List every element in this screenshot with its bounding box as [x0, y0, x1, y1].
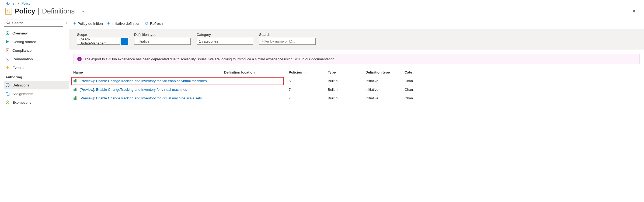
initiative-icon: [73, 96, 78, 101]
page-subtitle: Definitions: [42, 7, 75, 15]
chevron-down-icon: ⌄: [186, 40, 188, 43]
sidebar-item-getting-started[interactable]: Getting started: [4, 37, 69, 46]
refresh-icon: [145, 22, 148, 25]
refresh-button[interactable]: Refresh: [145, 22, 163, 26]
sidebar-item-label: Definitions: [12, 83, 29, 87]
sidebar-item-label: Remediation: [12, 57, 33, 61]
cell-deftype: Initiative: [365, 96, 405, 100]
definition-link[interactable]: [Preview]: Enable ChangeTracking and Inv…: [80, 96, 202, 100]
sidebar-item-definitions[interactable]: Definitions: [4, 81, 69, 89]
category-select[interactable]: 1 categories ⌄: [197, 38, 253, 45]
sidebar-search[interactable]: [4, 19, 63, 27]
category-label: Category: [197, 33, 253, 37]
sidebar-item-events[interactable]: Events: [4, 63, 69, 72]
cell-type: BuiltIn: [328, 79, 365, 83]
sidebar-section-authoring: Authoring: [4, 72, 69, 81]
cell-category: Chan: [405, 79, 419, 83]
exemptions-icon: [5, 100, 10, 105]
col-name[interactable]: Name↑↓: [73, 70, 224, 74]
scope-value: OAAS-UpdateManagem...: [79, 37, 118, 45]
breadcrumb-home[interactable]: Home: [5, 2, 14, 5]
filter-search[interactable]: [259, 38, 316, 45]
col-deftype[interactable]: Definition type↑↓: [365, 70, 405, 74]
sort-icon: ↑↓: [391, 71, 394, 74]
page-title: Policy: [15, 7, 35, 15]
definition-link[interactable]: [Preview]: Enable ChangeTracking and Inv…: [80, 79, 207, 83]
more-menu[interactable]: ···: [81, 9, 84, 13]
table-row[interactable]: [Preview]: Enable ChangeTracking and Inv…: [73, 94, 640, 102]
sort-icon: ↑↓: [256, 71, 258, 74]
close-button[interactable]: ✕: [629, 7, 639, 15]
events-icon: [5, 65, 10, 70]
initiative-icon: [73, 87, 78, 92]
cell-policies: 7: [289, 88, 328, 92]
overview-icon: [5, 31, 10, 35]
definitions-table: Name↑↓ Definition location↑↓ Policies↑↓ …: [73, 68, 640, 102]
scope-select[interactable]: OAAS-UpdateManagem...: [77, 38, 120, 45]
breadcrumb-sep: >: [17, 2, 19, 5]
cell-category: Chan: [405, 88, 419, 92]
sidebar-item-assignments[interactable]: Assignments: [4, 89, 69, 98]
svg-point-16: [76, 88, 77, 89]
sidebar-item-exemptions[interactable]: Exemptions: [4, 98, 69, 107]
svg-marker-0: [7, 10, 10, 13]
table-row[interactable]: [Preview]: Enable ChangeTracking and Inv…: [73, 76, 640, 85]
cell-policies: 6: [289, 79, 328, 83]
page-header: Policy | Definitions ··· ✕: [0, 6, 644, 18]
col-location[interactable]: Definition location↑↓: [224, 70, 289, 74]
sort-icon: ↑↓: [304, 71, 306, 74]
info-icon: ➜: [77, 57, 82, 61]
filter-bar: Scope OAAS-UpdateManagem... ... Definiti…: [69, 29, 644, 50]
definitions-icon: [5, 83, 10, 87]
sort-icon: ↑↓: [337, 71, 339, 74]
toolbar-label: Policy definition: [78, 22, 103, 26]
filter-search-input[interactable]: [262, 39, 313, 43]
banner-text: The export to GitHub experience has been…: [84, 57, 335, 61]
svg-marker-6: [6, 83, 9, 87]
sidebar-item-remediation[interactable]: Remediation: [4, 55, 69, 63]
sort-icon: ↑↓: [84, 71, 86, 74]
sidebar: « Overview Getting started Compliance Re…: [0, 18, 69, 109]
col-category[interactable]: Cate: [405, 70, 419, 74]
toolbar-label: Refresh: [150, 22, 163, 26]
definition-type-select[interactable]: Initiative ⌄: [134, 38, 191, 45]
sidebar-item-label: Events: [12, 66, 23, 70]
plus-icon: +: [107, 21, 110, 26]
sidebar-item-overview[interactable]: Overview: [4, 29, 69, 37]
svg-point-1: [7, 21, 9, 24]
toolbar-label: Initiative definition: [112, 22, 140, 26]
breadcrumb: Home > Policy: [0, 0, 644, 6]
table-header: Name↑↓ Definition location↑↓ Policies↑↓ …: [73, 68, 640, 76]
sidebar-search-input[interactable]: [12, 21, 61, 25]
svg-point-4: [7, 33, 8, 34]
search-icon: [6, 20, 11, 26]
cell-deftype: Initiative: [365, 79, 405, 83]
breadcrumb-policy[interactable]: Policy: [22, 2, 30, 5]
sidebar-item-label: Assignments: [12, 92, 33, 96]
definition-type-label: Definition type: [134, 33, 191, 37]
sidebar-item-label: Compliance: [12, 48, 32, 53]
col-type[interactable]: Type↑↓: [328, 70, 365, 74]
scope-picker-button[interactable]: ...: [121, 38, 128, 45]
initiative-icon: [73, 78, 78, 83]
sidebar-item-compliance[interactable]: Compliance: [4, 46, 69, 55]
remediation-icon: [5, 57, 10, 61]
svg-point-19: [76, 96, 77, 98]
table-row[interactable]: [Preview]: Enable ChangeTracking and Inv…: [73, 85, 640, 94]
svg-rect-8: [7, 93, 9, 95]
sidebar-item-label: Exemptions: [12, 100, 32, 105]
cell-deftype: Initiative: [365, 88, 405, 92]
scope-label: Scope: [77, 33, 128, 37]
definition-type-value: Initiative: [137, 39, 149, 43]
info-banner: ➜ The export to GitHub experience has be…: [73, 54, 640, 64]
col-policies[interactable]: Policies↑↓: [289, 70, 328, 74]
add-policy-definition-button[interactable]: + Policy definition: [73, 21, 103, 26]
cell-policies: 7: [289, 96, 328, 100]
add-initiative-definition-button[interactable]: + Initiative definition: [107, 21, 140, 26]
collapse-sidebar[interactable]: «: [65, 21, 67, 25]
chevron-down-icon: ⌄: [249, 40, 251, 43]
definition-link[interactable]: [Preview]: Enable ChangeTracking and Inv…: [80, 88, 187, 92]
toolbar: + Policy definition + Initiative definit…: [69, 18, 644, 29]
getting-started-icon: [5, 40, 10, 44]
cell-category: Chan: [405, 96, 419, 100]
